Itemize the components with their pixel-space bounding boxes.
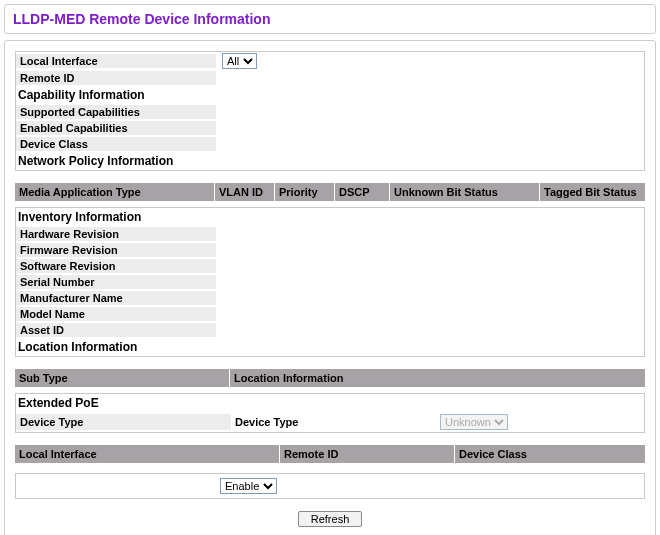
label-extended-poe: Extended PoE: [16, 394, 216, 412]
col-local-interface: Local Interface: [15, 445, 280, 463]
label-remote-id: Remote ID: [16, 71, 216, 85]
refresh-wrap: Refresh: [15, 511, 645, 527]
top-info-box: Local Interface All Remote ID Capability…: [15, 51, 645, 171]
main-panel: Local Interface All Remote ID Capability…: [4, 40, 656, 535]
label-serial-number: Serial Number: [16, 275, 216, 289]
col-vlan-id: VLAN ID: [215, 183, 275, 201]
label-location-info: Location Information: [16, 338, 216, 356]
col-location-info: Location Information: [230, 369, 645, 387]
device-type-select: Unknown: [440, 414, 508, 430]
label-enabled-caps: Enabled Capabilities: [16, 121, 216, 135]
label-device-class: Device Class: [16, 137, 216, 151]
label-network-policy: Network Policy Information: [16, 152, 246, 170]
inventory-box: Inventory Information Hardware Revision …: [15, 207, 645, 357]
col-device-class: Device Class: [455, 445, 645, 463]
label-asset-id: Asset ID: [16, 323, 216, 337]
local-interface-value: All: [216, 52, 644, 70]
location-header: Sub Type Location Information: [15, 369, 645, 387]
label-software-rev: Software Revision: [16, 259, 216, 273]
label-capability-info: Capability Information: [16, 86, 216, 104]
title-panel: LLDP-MED Remote Device Information: [4, 4, 656, 34]
label-model-name: Model Name: [16, 307, 216, 321]
enable-select[interactable]: Enable: [220, 478, 277, 494]
enable-row: Enable: [15, 473, 645, 499]
label-local-interface: Local Interface: [16, 54, 216, 68]
label-firmware-rev: Firmware Revision: [16, 243, 216, 257]
label-device-type-2: Device Type: [231, 414, 436, 430]
col-unknown-bit: Unknown Bit Status: [390, 183, 540, 201]
label-supported-caps: Supported Capabilities: [16, 105, 216, 119]
page-title: LLDP-MED Remote Device Information: [13, 11, 647, 27]
col-sub-type: Sub Type: [15, 369, 230, 387]
col-tagged-bit: Tagged Bit Status: [540, 183, 645, 201]
label-inventory-heading: Inventory Information: [16, 208, 216, 226]
local-interface-select[interactable]: All: [222, 53, 257, 69]
col-dscp: DSCP: [335, 183, 390, 201]
label-manufacturer-name: Manufacturer Name: [16, 291, 216, 305]
col-priority: Priority: [275, 183, 335, 201]
bottom-header: Local Interface Remote ID Device Class: [15, 445, 645, 463]
label-hardware-rev: Hardware Revision: [16, 227, 216, 241]
media-header: Media Application Type VLAN ID Priority …: [15, 183, 645, 201]
remote-id-value: [216, 77, 644, 79]
label-device-type-1: Device Type: [16, 414, 231, 430]
col-media-app-type: Media Application Type: [15, 183, 215, 201]
extended-poe-box: Extended PoE Device Type Device Type Unk…: [15, 393, 645, 433]
refresh-button[interactable]: Refresh: [298, 511, 363, 527]
col-remote-id: Remote ID: [280, 445, 455, 463]
